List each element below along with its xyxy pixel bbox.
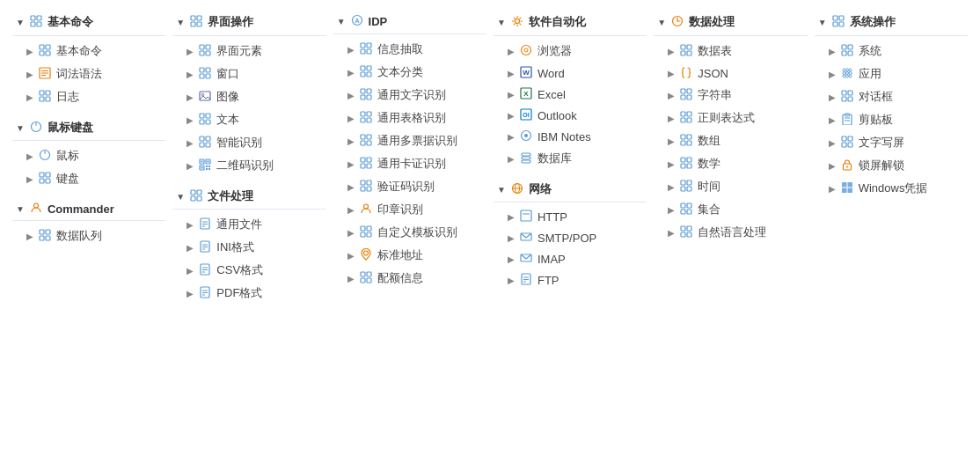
svg-rect-99 xyxy=(361,135,365,139)
section-header-界面操作[interactable]: ▼界面操作 xyxy=(172,9,325,36)
list-item[interactable]: ▶CSV格式 xyxy=(172,259,325,282)
list-item[interactable]: ▶自定义模板识别 xyxy=(333,221,486,244)
network-icon xyxy=(510,182,524,196)
expand-arrow-icon[interactable]: ▼ xyxy=(497,18,506,27)
list-item[interactable]: ▶数据库 xyxy=(494,147,647,170)
list-item[interactable]: ▶SMTP/POP xyxy=(494,227,647,248)
list-item[interactable]: ▶智能识别 xyxy=(172,131,325,154)
list-item[interactable]: ▶时间 xyxy=(654,175,807,198)
list-item[interactable]: ▶剪贴板 xyxy=(815,108,968,131)
list-item[interactable]: ▶配额信息 xyxy=(333,267,486,290)
svg-rect-34 xyxy=(206,45,210,49)
svg-rect-113 xyxy=(367,226,371,231)
svg-rect-40 xyxy=(206,74,210,78)
list-item[interactable]: ▶对话框 xyxy=(815,85,968,108)
section-header-IDP[interactable]: ▼AIDP xyxy=(333,9,486,34)
list-item[interactable]: ▶窗口 xyxy=(172,63,325,85)
item-label: 文本 xyxy=(216,112,239,128)
section-header-网络[interactable]: ▼网络 xyxy=(494,177,647,202)
expand-arrow-icon[interactable]: ▼ xyxy=(16,18,25,27)
list-item[interactable]: ▶应用 xyxy=(815,63,968,85)
list-item[interactable]: ▶正则表达式 xyxy=(654,107,807,129)
list-item[interactable]: ▶验证码识别 xyxy=(333,175,486,198)
list-item[interactable]: ▶JSON xyxy=(654,63,807,84)
list-item[interactable]: ▶文字写屏 xyxy=(815,131,968,154)
expand-arrow-icon[interactable]: ▼ xyxy=(818,18,827,27)
list-item[interactable]: ▶XExcel xyxy=(494,84,647,105)
list-item[interactable]: ▶信息抽取 xyxy=(333,38,486,61)
svg-rect-31 xyxy=(191,22,195,26)
section-header-系统操作[interactable]: ▼系统操作 xyxy=(815,9,968,36)
list-item[interactable]: ▶日志 xyxy=(12,85,165,108)
list-item[interactable]: ▶浏览器 xyxy=(494,40,647,63)
expand-arrow-icon[interactable]: ▼ xyxy=(16,123,25,133)
item-arrow-icon: ▶ xyxy=(508,212,515,222)
list-item[interactable]: ▶IMAP xyxy=(494,248,647,269)
idp-icon: A xyxy=(350,14,364,28)
list-item[interactable]: ▶数据队列 xyxy=(12,224,165,247)
expand-arrow-icon[interactable]: ▼ xyxy=(16,204,25,214)
list-item[interactable]: ▶数据表 xyxy=(654,40,807,63)
list-item[interactable]: ▶鼠标 xyxy=(12,144,165,167)
item-label: 印章识别 xyxy=(377,202,423,217)
svg-rect-93 xyxy=(361,95,365,99)
list-item[interactable]: ▶INI格式 xyxy=(172,236,325,259)
svg-rect-183 xyxy=(842,45,846,49)
section-header-鼠标键盘[interactable]: ▼鼠标键盘 xyxy=(12,115,165,141)
list-item[interactable]: ▶Windows凭据 xyxy=(815,177,968,200)
item-arrow-icon: ▶ xyxy=(668,47,675,56)
list-item[interactable]: ▶PDF格式 xyxy=(172,282,325,305)
list-item[interactable]: ▶界面元素 xyxy=(172,40,325,63)
list-item[interactable]: ▶字符串 xyxy=(654,84,807,107)
expand-arrow-icon[interactable]: ▼ xyxy=(657,18,666,27)
expand-arrow-icon[interactable]: ▼ xyxy=(176,18,185,27)
list-item[interactable]: ▶通用文件 xyxy=(172,213,325,236)
list-item[interactable]: ▶数组 xyxy=(654,129,807,152)
expand-arrow-icon[interactable]: ▼ xyxy=(497,185,506,195)
list-item[interactable]: ▶WWord xyxy=(494,63,647,84)
list-item[interactable]: ▶通用文字识别 xyxy=(333,84,486,107)
item-arrow-icon: ▶ xyxy=(26,151,33,161)
svg-rect-199 xyxy=(848,97,852,101)
list-item[interactable]: ▶数学 xyxy=(654,152,807,175)
list-item[interactable]: ▶印章识别 xyxy=(333,198,486,221)
item-label: 键盘 xyxy=(56,171,79,187)
svg-rect-97 xyxy=(361,118,365,122)
list-item[interactable]: ▶二维码识别 xyxy=(172,154,325,177)
list-item[interactable]: ▶基本命令 xyxy=(12,40,165,63)
list-item[interactable]: ▶IBM Notes xyxy=(494,126,647,147)
list-item[interactable]: ▶OlOutlook xyxy=(494,105,647,126)
svg-rect-138 xyxy=(521,210,531,221)
svg-point-189 xyxy=(849,69,852,71)
list-item[interactable]: ▶图像 xyxy=(172,85,325,108)
list-item[interactable]: ▶锁屏解锁 xyxy=(815,154,968,177)
list-item[interactable]: ▶文本 xyxy=(172,108,325,131)
section-header-基本命令[interactable]: ▼基本命令 xyxy=(12,9,165,36)
svg-rect-170 xyxy=(687,187,691,191)
list-item[interactable]: ▶HTTP xyxy=(494,206,647,227)
svg-rect-96 xyxy=(367,112,371,116)
list-item[interactable]: ▶词法语法 xyxy=(12,63,165,85)
section-header-数据处理[interactable]: ▼数据处理 xyxy=(654,9,807,36)
list-item[interactable]: ▶标准地址 xyxy=(333,244,486,267)
expand-arrow-icon[interactable]: ▼ xyxy=(176,192,185,202)
section-header-软件自动化[interactable]: ▼软件自动化 xyxy=(494,9,647,36)
excel-icon: X xyxy=(519,87,533,101)
section-header-文件处理[interactable]: ▼文件处理 xyxy=(172,184,325,210)
list-item[interactable]: ▶FTP xyxy=(494,269,647,291)
svg-rect-211 xyxy=(847,182,852,188)
list-item[interactable]: ▶通用多票据识别 xyxy=(333,129,486,152)
svg-rect-185 xyxy=(842,51,846,55)
list-item[interactable]: ▶键盘 xyxy=(12,167,165,190)
svg-rect-179 xyxy=(833,16,837,20)
list-item[interactable]: ▶通用卡证识别 xyxy=(333,152,486,175)
svg-rect-83 xyxy=(361,43,365,48)
svg-rect-6 xyxy=(40,51,44,55)
list-item[interactable]: ▶自然语言处理 xyxy=(654,221,807,244)
list-item[interactable]: ▶文本分类 xyxy=(333,61,486,84)
list-item[interactable]: ▶系统 xyxy=(815,40,968,63)
expand-arrow-icon[interactable]: ▼ xyxy=(337,17,346,26)
list-item[interactable]: ▶通用表格识别 xyxy=(333,107,486,129)
list-item[interactable]: ▶集合 xyxy=(654,198,807,221)
section-header-Commander[interactable]: ▼Commander xyxy=(12,197,165,221)
